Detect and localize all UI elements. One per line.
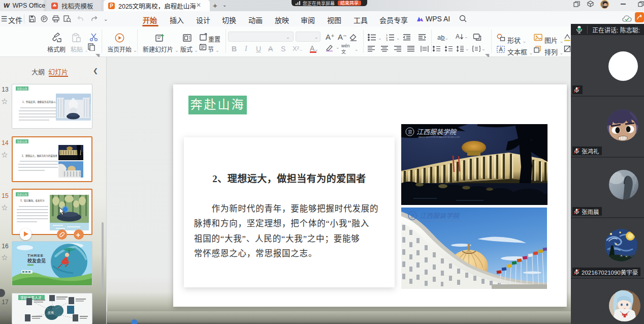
- svg-text:优秀: 优秀: [48, 311, 54, 315]
- svg-text:京: 京: [410, 213, 415, 219]
- svg-text:JIANGXI INSTITUTE OF FASHIO: JIANGXI INSTITUTE OF FASHION TECHNOLOGY: [418, 136, 460, 138]
- svg-text:京: 京: [408, 129, 412, 135]
- svg-text:江西服装学院: 江西服装学院: [416, 128, 457, 136]
- svg-text:JIANGXI INSTITUTE OF FASHIO: JIANGXI INSTITUTE OF FASHION TECHNOLOGY: [421, 220, 463, 222]
- svg-text:A: A: [456, 33, 460, 40]
- svg-text:校友会见: 校友会见: [27, 258, 46, 263]
- svg-text:3: 3: [386, 39, 388, 42]
- svg-text:A: A: [499, 46, 503, 52]
- svg-text:江西服装学院: 江西服装学院: [420, 212, 460, 220]
- svg-text:THREE: THREE: [27, 253, 44, 258]
